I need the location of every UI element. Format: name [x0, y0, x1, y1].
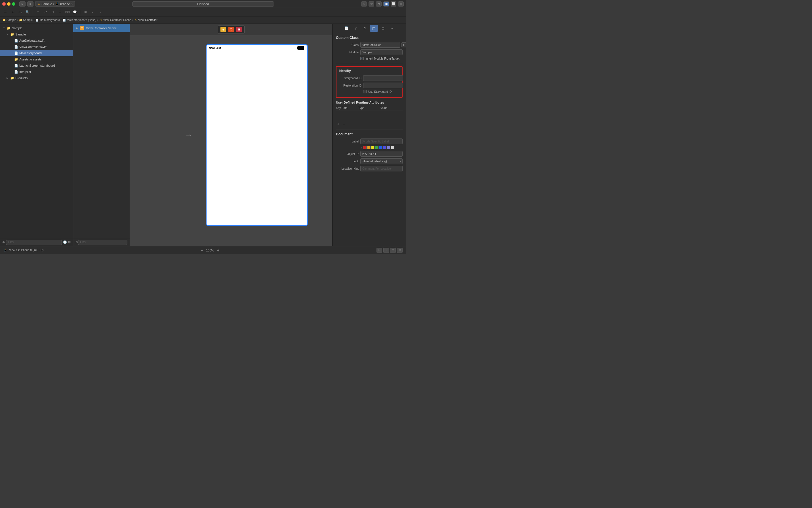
warning-btn[interactable]: ⚠ — [35, 9, 41, 15]
prev-btn[interactable]: ‹ — [90, 9, 96, 15]
bottom-refresh-icon[interactable]: ↻ — [376, 248, 382, 253]
right-tb-connections-btn[interactable]: → — [388, 25, 396, 32]
refresh-icon[interactable]: ⟲ — [368, 1, 374, 6]
scene-filter-input[interactable] — [78, 240, 127, 245]
single-view-icon[interactable]: ⬜ — [391, 1, 396, 6]
doc-localizer-input[interactable] — [360, 166, 403, 171]
storyboard-id-input[interactable] — [363, 75, 403, 81]
swatch-gray[interactable] — [391, 146, 394, 149]
bottom-center: − 100% + — [199, 248, 221, 253]
swatch-green[interactable] — [375, 146, 378, 149]
sidebar-item-assets[interactable]: 📁 Assets.xcassets — [0, 56, 73, 62]
scene-toolbar-btn-1[interactable]: ◈ — [220, 26, 227, 33]
swatch-blue[interactable] — [379, 146, 382, 149]
fold-btn[interactable]: ☰ — [2, 9, 8, 15]
activity-icon[interactable]: ◎ — [361, 1, 367, 6]
breadcrumb-viewcontrollerscene[interactable]: ⬡ View Controller Scene — [99, 18, 131, 22]
bottom-expand-icon[interactable]: ⊡ — [390, 248, 396, 253]
next-btn[interactable]: › — [97, 9, 103, 15]
back-forward-icon[interactable]: ⇆ — [376, 1, 381, 6]
sidebar-item-launchscreen[interactable]: 📄 LaunchScreen.storyboard — [0, 62, 73, 69]
swatch-purple[interactable] — [387, 146, 391, 149]
sidebar-item-infoplist[interactable]: 📄 Info.plist — [0, 69, 73, 75]
color-swatches: × — [336, 146, 403, 149]
code-btn[interactable]: ⌨ — [64, 9, 71, 15]
right-panel-toolbar: 📄 ? ↻ ◫ ⊡ → — [332, 24, 406, 33]
sidebar-item-sample[interactable]: ▼ 📁 Sample — [0, 31, 73, 37]
close-button[interactable] — [2, 2, 6, 6]
scheme-display[interactable]: ⊙ Sample › 📱 iPhone 8 — [35, 1, 75, 6]
nav-list-btn[interactable]: ☰ — [57, 9, 63, 15]
doc-objectid-input[interactable] — [360, 151, 403, 157]
scene-filter-icon: ⊕ — [76, 240, 78, 244]
stop-button[interactable]: ■ — [27, 1, 34, 6]
identity-section: Identity Storyboard ID Restoration ID Us… — [336, 66, 403, 98]
sidebar-item-products[interactable]: ▶ 📁 Products — [0, 75, 73, 81]
folder-icon: 📁 — [7, 27, 11, 30]
hierarchy-btn[interactable]: ⊞ — [10, 9, 16, 15]
filter-input[interactable] — [6, 240, 62, 245]
restoration-id-input[interactable] — [363, 83, 403, 88]
bottom-down-icon[interactable]: ↓ — [383, 248, 389, 253]
doc-lock-select[interactable]: Inherited - (Nothing) Nothing Full Lock — [360, 158, 403, 164]
view-as-label: View as: iPhone 8 (⌘C ↑R) — [9, 249, 44, 252]
scene-toolbar-btn-3[interactable]: ▣ — [236, 26, 242, 33]
redo-btn[interactable]: ↪ — [50, 9, 56, 15]
breadcrumb-sample[interactable]: 📁 Sample — [19, 18, 33, 22]
swatch-orange[interactable] — [367, 146, 370, 149]
sidebar-item-viewcontroller-swift[interactable]: 📄 ViewController.swift — [0, 44, 73, 50]
zoom-minus-button[interactable]: − — [199, 248, 204, 253]
source-btn[interactable]: { } — [17, 9, 23, 15]
swatch-indigo[interactable] — [383, 146, 387, 149]
comment-btn[interactable]: 💬 — [72, 9, 78, 15]
maximize-button[interactable] — [12, 2, 15, 6]
iphone-status-bar: 9:41 AM — [207, 45, 307, 51]
minimize-button[interactable] — [7, 2, 10, 6]
search-btn[interactable]: 🔍 — [25, 9, 31, 15]
iphone-time: 9:41 AM — [210, 46, 221, 50]
sidebar-item-appdelegate[interactable]: 📄 AppDelegate.swift — [0, 37, 73, 44]
swatch-red[interactable] — [363, 146, 367, 149]
sidebar-item-main-storyboard[interactable]: 📄 Main.storyboard — [0, 50, 73, 56]
scene-toolbar-btn-2[interactable]: ⬡ — [228, 26, 235, 33]
right-tb-identity-btn[interactable]: ◫ — [370, 25, 378, 32]
breadcrumb-mainstoryboard[interactable]: 📄 Main.storyboard — [36, 18, 60, 22]
module-input[interactable] — [360, 49, 403, 55]
breadcrumb-sample-root[interactable]: 📁 Sample — [2, 18, 16, 22]
status-text: Finished — [197, 2, 209, 6]
udra-add-button[interactable]: + — [336, 122, 341, 126]
udra-buttons: + − — [336, 122, 403, 126]
grid-btn[interactable]: ⊞ — [82, 9, 89, 15]
swift-file-icon-2: 📄 — [14, 45, 18, 49]
plist-file-icon: 📄 — [14, 70, 18, 74]
right-panel: 📄 ? ↻ ◫ ⊡ → Custom Class Class ▶ ▼ Modul… — [332, 24, 406, 246]
split-view-icon[interactable]: ▣ — [383, 1, 389, 6]
expand-arrow: ▼ — [2, 27, 6, 30]
breadcrumb-viewcontroller[interactable]: ⊙ View Controller — [134, 18, 157, 22]
run-button[interactable]: ▶ — [19, 1, 26, 6]
bottom-grid-icon[interactable]: ⊞ — [397, 248, 403, 253]
zoom-plus-button[interactable]: + — [216, 248, 221, 253]
device-icon: 📱 — [55, 2, 59, 6]
right-tb-size-btn[interactable]: ⊡ — [379, 25, 387, 32]
sidebar: ▼ 📁 Sample ▼ 📁 Sample 📄 AppDelegate.swif… — [0, 24, 73, 246]
inherit-checkbox[interactable] — [360, 57, 364, 60]
swatch-yellow[interactable] — [371, 146, 374, 149]
use-storyboard-checkbox[interactable] — [363, 90, 367, 93]
right-tb-refresh-btn[interactable]: ↻ — [361, 25, 369, 32]
sidebar-item-sample-root[interactable]: ▼ 📁 Sample — [0, 25, 73, 31]
scene-item-viewcontrollerscene[interactable]: ▶ ⬡ View Controller Scene — [73, 24, 130, 32]
doc-label-input[interactable] — [360, 138, 403, 144]
folder-icon-2: 📁 — [10, 33, 14, 36]
udra-minus-button[interactable]: − — [342, 122, 346, 126]
doc-objectid-label: Object ID — [336, 153, 359, 156]
class-input[interactable] — [360, 42, 400, 48]
class-arrow-btn[interactable]: ▶ — [401, 42, 406, 47]
right-tb-file-btn[interactable]: 📄 — [343, 25, 351, 32]
folder-icon: 📁 — [2, 18, 6, 22]
right-tb-quick-help-btn[interactable]: ? — [352, 25, 360, 32]
undo-btn[interactable]: ↩ — [42, 9, 48, 15]
layout-icon[interactable]: ▤ — [398, 1, 404, 6]
breadcrumb-mainstoryboard-base[interactable]: 📄 Main.storyboard (Base) — [63, 18, 96, 22]
storyboard-icon: 📄 — [36, 18, 39, 22]
